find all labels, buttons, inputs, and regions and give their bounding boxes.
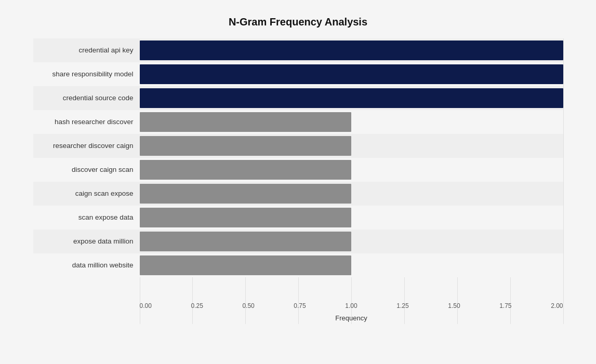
bar-label: caign scan expose — [33, 190, 140, 197]
bar-label: share responsibility model — [33, 70, 140, 78]
bar-track — [140, 38, 563, 62]
bar-track — [140, 62, 563, 86]
bar-fill — [140, 208, 352, 227]
bar-fill — [140, 255, 352, 275]
bar-fill — [140, 112, 352, 132]
bar-track — [140, 86, 563, 110]
bar-row: share responsibility model — [33, 62, 563, 86]
x-tick-6: 1.50 — [448, 302, 460, 309]
x-tick-4: 1.00 — [345, 302, 357, 309]
bar-fill — [140, 184, 352, 204]
x-tick-2: 0.50 — [242, 302, 254, 309]
bar-fill — [140, 88, 563, 108]
bar-track — [140, 206, 563, 230]
bar-label: discover caign scan — [33, 166, 140, 173]
bar-row: scan expose data — [33, 206, 563, 230]
bar-label: researcher discover caign — [33, 142, 140, 150]
x-tick-5: 1.25 — [396, 302, 408, 309]
bar-label: hash researcher discover — [33, 118, 140, 126]
bar-fill — [140, 232, 352, 251]
x-tick-8: 2.00 — [551, 302, 563, 309]
bar-row: expose data million — [33, 230, 563, 253]
x-axis-label: Frequency — [33, 314, 563, 322]
x-axis-ticks: 0.00 0.25 0.50 0.75 1.00 1.25 1.50 1.75 … — [140, 302, 563, 309]
bar-fill — [140, 41, 563, 60]
bar-row: caign scan expose — [33, 182, 563, 206]
bar-track — [140, 253, 563, 277]
bar-track — [140, 158, 563, 182]
bar-row: discover caign scan — [33, 158, 563, 182]
bar-label: data million website — [33, 261, 140, 269]
bar-track — [140, 134, 563, 158]
bar-track — [140, 230, 563, 253]
bar-row: credential api key — [33, 38, 563, 62]
bar-fill — [140, 160, 352, 180]
bar-label: expose data million — [33, 237, 140, 245]
bar-row: researcher discover caign — [33, 134, 563, 158]
chart-area: credential api keyshare responsibility m… — [33, 38, 563, 277]
bar-track — [140, 182, 563, 206]
bar-row: data million website — [33, 253, 563, 277]
x-tick-3: 0.75 — [294, 302, 306, 309]
bar-track — [140, 110, 563, 134]
x-tick-1: 0.25 — [191, 302, 203, 309]
bar-label: scan expose data — [33, 213, 140, 221]
bar-row: hash researcher discover — [33, 110, 563, 134]
bar-label: credential api key — [33, 46, 140, 54]
bar-label: credential source code — [33, 94, 140, 102]
x-tick-0: 0.00 — [140, 302, 152, 309]
bar-row: credential source code — [33, 86, 563, 110]
x-tick-7: 1.75 — [499, 302, 511, 309]
chart-title: N-Gram Frequency Analysis — [33, 16, 563, 28]
bar-fill — [140, 64, 563, 84]
bar-fill — [140, 136, 352, 156]
chart-container: N-Gram Frequency Analysis credential api… — [12, 6, 584, 359]
